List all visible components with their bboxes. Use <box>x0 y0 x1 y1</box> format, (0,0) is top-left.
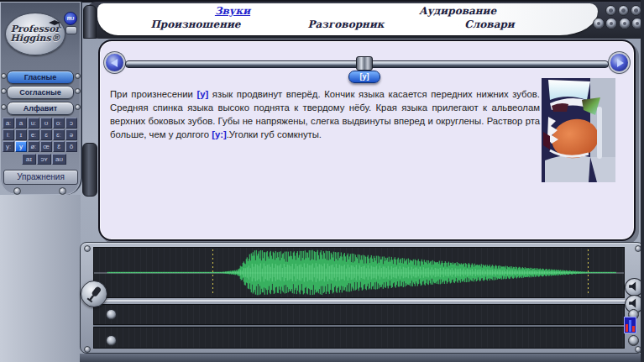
titlebar-button-5[interactable] <box>605 18 617 29</box>
bar-chart-icon <box>632 326 635 332</box>
phoneme-cell[interactable]: øː <box>28 141 39 152</box>
description-text: При произнесении [y] язык продвинут впер… <box>110 87 540 141</box>
titlebar-button-2[interactable] <box>618 5 629 16</box>
phoneme-cell[interactable]: oː <box>53 118 65 129</box>
phoneme-cell[interactable]: aː <box>3 118 14 129</box>
right-arrow-icon <box>617 59 624 67</box>
phoneme-cell[interactable]: ʊ <box>40 118 52 129</box>
sound-slider: [y] <box>125 60 609 68</box>
phoneme-cell[interactable]: aɪ <box>22 154 36 165</box>
phoneme-cell[interactable]: ɔ <box>65 118 77 129</box>
titlebar-button-4[interactable] <box>593 18 605 29</box>
nav-tab-listening[interactable]: Аудирование <box>419 5 496 17</box>
slider-next-button[interactable] <box>610 54 628 71</box>
diphthong-row: aɪɔʏaʊ <box>22 154 66 165</box>
phoneme-cell[interactable]: yː <box>3 141 14 152</box>
screw <box>84 346 91 353</box>
phoneme-cell[interactable]: ɪ <box>15 129 27 140</box>
deck-divider <box>87 300 638 303</box>
titlebar-button-6[interactable] <box>619 18 631 29</box>
sidebar: Professor Higgins® RU Гласные Согласные … <box>0 2 82 195</box>
description-segment: .Уголки губ сомкнуты. <box>227 129 322 139</box>
track-knob[interactable] <box>106 335 117 346</box>
slider-value-label[interactable]: [y] <box>348 71 380 83</box>
track-knob[interactable] <box>628 335 639 346</box>
phoneme-grid: aːauːʊoːɔiːɪeːɛɛːəyːyøːœɛ̃õ <box>3 118 77 152</box>
phoneme-cell[interactable]: ɛː <box>53 129 65 140</box>
description-segment: При произнесении <box>110 89 196 99</box>
phoneme-cell[interactable]: y <box>15 141 27 152</box>
app-logo: Professor Higgins® <box>5 13 65 55</box>
nav-tab-sounds[interactable]: Звуки <box>215 5 250 17</box>
phoneme-cell[interactable]: õ <box>65 141 77 152</box>
audio-deck <box>80 242 644 354</box>
graduation-cap-icon <box>49 20 60 28</box>
screw <box>75 104 81 110</box>
nav-tab-dictionaries[interactable]: Словари <box>464 18 514 30</box>
screw <box>75 88 81 94</box>
mouth-sagittal-diagram <box>542 78 615 182</box>
exercises-button[interactable]: Упражнения <box>3 170 78 185</box>
extra-track <box>93 327 625 349</box>
screw <box>59 187 66 195</box>
hinge-decoration-left <box>82 143 97 197</box>
logo-text-line2: Higgins® <box>6 34 65 43</box>
phoneme-cell[interactable]: aʊ <box>52 154 66 165</box>
sidebar-item-consonants[interactable]: Согласные <box>7 86 74 99</box>
waveform-canvas[interactable] <box>94 248 624 297</box>
spectrum-button[interactable] <box>624 317 636 333</box>
app-window: Звуки Произношение Разговорник Аудирован… <box>0 0 644 362</box>
titlebar-button-1[interactable] <box>605 5 616 16</box>
waveform-track <box>93 247 625 298</box>
phoneme-cell[interactable]: eː <box>28 129 39 140</box>
phoneme-cell[interactable]: ɔʏ <box>37 154 51 165</box>
microphone-icon <box>81 281 107 307</box>
nav-tab-pronunciation[interactable]: Произношение <box>151 18 241 30</box>
slider-prev-button[interactable] <box>106 54 123 71</box>
phoneme-cell[interactable]: iː <box>3 129 14 140</box>
screw <box>84 245 91 252</box>
screw <box>1 73 7 79</box>
sidebar-lower-panel <box>0 195 81 362</box>
hinge-decoration-top <box>83 5 97 39</box>
sidebar-item-alphabet[interactable]: Алфавит <box>7 102 74 115</box>
screw <box>1 88 7 94</box>
content-panel: [y] При произнесении [y] язык продвинут … <box>98 39 636 241</box>
bar-chart-icon <box>626 324 628 332</box>
phoneme-highlight: [y] <box>196 89 208 99</box>
phoneme-cell[interactable]: a <box>15 118 27 129</box>
slider-thumb[interactable] <box>356 56 373 71</box>
phoneme-cell[interactable]: ə <box>65 129 77 140</box>
left-arrow-icon <box>111 59 118 67</box>
phoneme-highlight: [y:] <box>212 129 227 139</box>
screw <box>13 187 21 195</box>
window-right-edge <box>641 0 644 362</box>
track-knob[interactable] <box>106 309 117 320</box>
language-badge-ru[interactable]: RU <box>64 12 77 25</box>
nav-tab-phrasebook[interactable]: Разговорник <box>308 18 385 30</box>
phoneme-cell[interactable]: ɛ̃ <box>53 141 65 152</box>
screw <box>75 73 81 79</box>
record-button[interactable] <box>81 281 107 307</box>
screw <box>1 104 7 110</box>
sidebar-item-vowels[interactable]: Гласные <box>7 71 74 84</box>
phoneme-cell[interactable]: œ <box>40 141 52 152</box>
window-bottom-edge <box>80 354 644 362</box>
phoneme-cell[interactable]: ɛ <box>40 129 52 140</box>
nav-band: Звуки Произношение Разговорник Аудирован… <box>97 3 598 35</box>
student-track <box>93 304 625 325</box>
bar-chart-icon <box>629 320 631 332</box>
mini-toggle-button[interactable] <box>65 26 77 34</box>
phoneme-cell[interactable]: uː <box>28 118 39 129</box>
speaker-icon <box>626 279 641 294</box>
